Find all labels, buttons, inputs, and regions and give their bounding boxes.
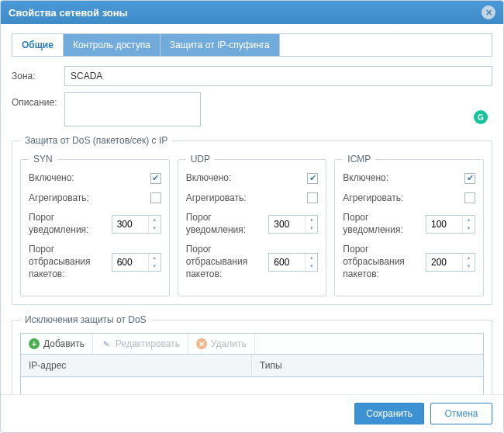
tab-general[interactable]: Общие — [12, 34, 64, 56]
tabbar: Общие Контроль доступа Защита от IP-спуф… — [12, 33, 492, 57]
icmp-notify-stepper[interactable]: ▲▼ — [426, 215, 475, 234]
chevron-up-icon[interactable]: ▲ — [306, 254, 317, 262]
udp-notify-stepper[interactable]: ▲▼ — [268, 215, 318, 234]
chevron-down-icon[interactable]: ▼ — [306, 224, 317, 233]
save-button[interactable]: Сохранить — [354, 403, 424, 424]
chevron-down-icon[interactable]: ▼ — [463, 224, 475, 233]
syn-aggregate-checkbox[interactable] — [150, 192, 161, 203]
delete-icon: ✕ — [196, 338, 207, 349]
description-label: Описание: — [12, 92, 58, 108]
column-ip[interactable]: IP-адрес — [21, 355, 252, 376]
chevron-up-icon[interactable]: ▲ — [149, 216, 161, 224]
chevron-down-icon[interactable]: ▼ — [149, 224, 161, 233]
udp-aggregate-checkbox[interactable] — [307, 192, 318, 203]
exceptions-toolbar: + Добавить ✎ Редактировать ✕ Удалить — [20, 333, 484, 355]
udp-enabled-checkbox[interactable]: ✔ — [307, 173, 318, 184]
edit-button[interactable]: ✎ Редактировать — [93, 334, 188, 354]
dialog-footer: Сохранить Отмена — [1, 394, 503, 432]
udp-enabled-label: Включено: — [186, 172, 303, 185]
icmp-notify-label: Порог уведомления: — [343, 212, 421, 236]
dos-syn-group: SYN Включено: ✔ Агрегировать: Порог увед… — [20, 154, 170, 296]
plus-icon: + — [29, 338, 40, 349]
exceptions-table-header: IP-адрес Типы — [20, 355, 484, 377]
add-label: Добавить — [43, 338, 85, 349]
syn-drop-input[interactable] — [112, 254, 148, 271]
syn-aggregate-label: Агрегировать: — [29, 192, 146, 205]
udp-notify-input[interactable] — [269, 216, 305, 233]
edit-label: Редактировать — [116, 338, 180, 349]
syn-notify-label: Порог уведомления: — [29, 212, 107, 236]
window-title: Свойства сетевой зоны — [9, 7, 128, 19]
dos-exceptions-group: Исключения защиты от DoS + Добавить ✎ Ре… — [12, 314, 492, 394]
chevron-up-icon[interactable]: ▲ — [149, 254, 161, 262]
tab-ip-spoofing[interactable]: Защита от IP-спуфинга — [161, 34, 280, 56]
syn-drop-stepper[interactable]: ▲▼ — [112, 253, 161, 272]
udp-aggregate-label: Агрегировать: — [186, 192, 303, 205]
udp-drop-input[interactable] — [269, 254, 305, 271]
description-input[interactable] — [64, 92, 201, 126]
udp-notify-label: Порог уведомления: — [186, 212, 264, 236]
icmp-drop-stepper[interactable]: ▲▼ — [426, 253, 475, 272]
pencil-icon: ✎ — [101, 338, 112, 349]
udp-drop-label: Порог отбрасывания пакетов: — [186, 244, 264, 280]
exceptions-table-body[interactable] — [20, 377, 484, 394]
icmp-aggregate-label: Агрегировать: — [343, 192, 460, 205]
dos-icmp-group: ICMP Включено: ✔ Агрегировать: Порог уве… — [334, 154, 484, 296]
icmp-notify-input[interactable] — [426, 216, 462, 233]
column-types[interactable]: Типы — [252, 355, 483, 376]
zone-input[interactable] — [64, 66, 492, 86]
icmp-enabled-checkbox[interactable]: ✔ — [464, 173, 475, 184]
syn-drop-label: Порог отбрасывания пакетов: — [29, 244, 107, 280]
cancel-button[interactable]: Отмена — [430, 403, 492, 424]
chevron-up-icon[interactable]: ▲ — [463, 254, 475, 262]
add-button[interactable]: + Добавить — [21, 334, 93, 354]
icmp-enabled-label: Включено: — [343, 172, 460, 185]
chevron-down-icon[interactable]: ▼ — [306, 262, 317, 271]
dos-legend: Защита от DoS (пакетов/сек) с IP — [20, 135, 172, 146]
tab-access-control[interactable]: Контроль доступа — [64, 34, 161, 56]
udp-drop-stepper[interactable]: ▲▼ — [268, 253, 318, 272]
syn-enabled-label: Включено: — [29, 172, 146, 185]
exceptions-legend: Исключения защиты от DoS — [20, 314, 151, 325]
icmp-aggregate-checkbox[interactable] — [464, 192, 475, 203]
chevron-down-icon[interactable]: ▼ — [149, 262, 161, 271]
dos-icmp-title: ICMP — [343, 154, 375, 165]
syn-notify-stepper[interactable]: ▲▼ — [112, 215, 161, 234]
delete-button[interactable]: ✕ Удалить — [188, 334, 255, 354]
chevron-down-icon[interactable]: ▼ — [463, 262, 475, 271]
close-icon[interactable]: ✕ — [482, 5, 495, 19]
icmp-drop-label: Порог отбрасывания пакетов: — [343, 244, 421, 280]
icmp-drop-input[interactable] — [426, 254, 462, 271]
dos-udp-group: UDP Включено: ✔ Агрегировать: Порог увед… — [178, 154, 327, 296]
dos-syn-title: SYN — [29, 154, 57, 165]
grammarly-icon[interactable]: G — [474, 110, 488, 124]
dos-protection-group: Защита от DoS (пакетов/сек) с IP SYN Вкл… — [12, 135, 492, 305]
chevron-up-icon[interactable]: ▲ — [463, 216, 475, 224]
dialog-window: Свойства сетевой зоны ✕ Общие Контроль д… — [0, 0, 504, 433]
dos-udp-title: UDP — [186, 154, 215, 165]
zone-label: Зона: — [12, 66, 58, 81]
delete-label: Удалить — [211, 338, 247, 349]
chevron-up-icon[interactable]: ▲ — [306, 216, 317, 224]
syn-notify-input[interactable] — [112, 216, 148, 233]
syn-enabled-checkbox[interactable]: ✔ — [150, 173, 161, 184]
titlebar: Свойства сетевой зоны ✕ — [1, 1, 503, 24]
